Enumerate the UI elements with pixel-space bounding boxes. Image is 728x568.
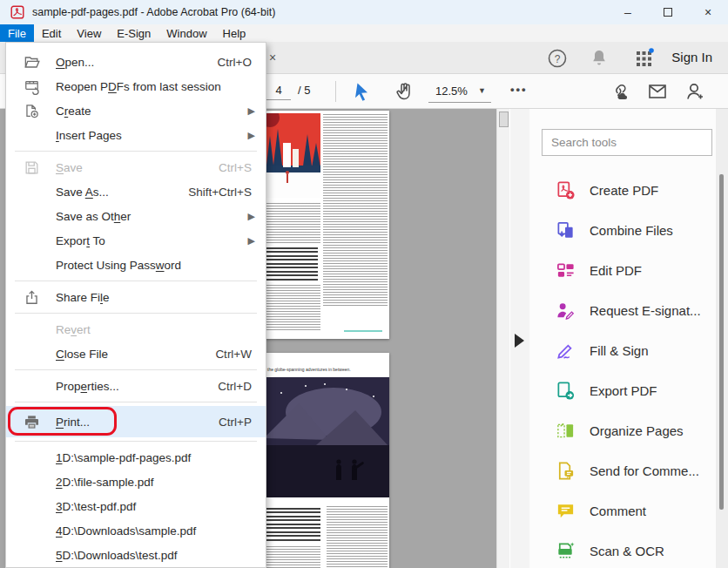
page1-pull-quote [266, 247, 318, 281]
page2-pull-quote [266, 508, 320, 543]
page-number-input[interactable]: 4 [266, 81, 291, 100]
menu-window[interactable]: Window [158, 24, 214, 42]
recent-file-5[interactable]: 5 D:\Downloads\test.pdf [6, 543, 266, 567]
document-scrollbar[interactable] [496, 109, 509, 568]
recent-file-1[interactable]: 1 D:\sample-pdf-pages.pdf [6, 445, 266, 470]
menu-separator [15, 369, 257, 370]
menu-file[interactable]: File [0, 24, 34, 42]
share-link-icon[interactable] [609, 81, 630, 102]
menu-bar: File Edit View E-Sign Window Help [0, 24, 728, 42]
chevron-down-icon: ▼ [478, 86, 486, 95]
close-button[interactable]: × [688, 0, 728, 24]
select-pointer-icon[interactable] [352, 81, 373, 102]
reopen-session-icon [24, 78, 44, 95]
menu-separator [15, 441, 257, 442]
add-user-icon[interactable] [684, 81, 705, 102]
menu-help[interactable]: Help [215, 24, 254, 42]
page1-text-left-lower [266, 285, 320, 332]
page1-text-column-right [323, 114, 388, 306]
shortcut-label: Ctrl+O [218, 56, 252, 69]
search-input[interactable] [542, 129, 712, 156]
toolbar-divider [335, 81, 336, 102]
menu-item-export-to[interactable]: Export To ▶ [6, 228, 266, 253]
notifications-bell-icon[interactable] [589, 48, 610, 69]
share-icon [24, 288, 44, 306]
more-tools-button[interactable]: ••• [510, 83, 528, 96]
menu-item-save: Save Ctrl+S [6, 155, 266, 179]
minimize-button[interactable]: – [608, 0, 648, 24]
combine-files-icon [556, 220, 576, 240]
menu-item-reopen-pdfs[interactable]: Reopen PDFs from last session [6, 74, 266, 98]
request-esignatures-icon [556, 301, 576, 321]
menu-item-save-as[interactable]: Save As... Shift+Ctrl+S [6, 179, 266, 204]
menu-item-open[interactable]: Open... Ctrl+O [6, 50, 266, 74]
maximize-button[interactable] [648, 0, 688, 24]
menu-item-protect-password[interactable]: Protect Using Password [6, 253, 266, 277]
file-menu: Open... Ctrl+O Reopen PDFs from last ses… [5, 42, 266, 568]
tool-organize-pages[interactable]: Organize Pages [529, 410, 716, 450]
submenu-arrow-icon: ▶ [248, 235, 255, 247]
apps-grid-icon[interactable] [633, 48, 654, 69]
recent-file-2[interactable]: 2 D:\file-sample.pdf [6, 470, 266, 494]
menu-item-print[interactable]: Print... Ctrl+P [6, 406, 266, 437]
tool-label: Edit PDF [590, 263, 642, 278]
menu-separator [15, 313, 257, 314]
page2-text-right [327, 506, 388, 568]
menu-separator [15, 151, 257, 152]
scrollbar-thumb[interactable] [499, 112, 509, 127]
submenu-arrow-icon: ▶ [248, 105, 255, 117]
menu-item-properties[interactable]: Properties... Ctrl+D [6, 374, 266, 398]
help-icon[interactable]: ? [547, 48, 568, 69]
submenu-arrow-icon: ▶ [248, 130, 255, 141]
maximize-icon [664, 8, 672, 17]
tool-create-pdf[interactable]: Create PDF [529, 170, 716, 210]
tool-list: Create PDF Combine Files [529, 170, 716, 568]
tools-panel: Create PDF Combine Files [529, 109, 716, 568]
acrobat-window: sample-pdf-pages.pdf - Adobe Acrobat Pro… [0, 0, 728, 568]
menu-item-save-as-other[interactable]: Save as Other ▶ [6, 204, 266, 228]
menu-separator [15, 402, 257, 402]
pdf-page-1 [264, 111, 389, 339]
menu-item-create[interactable]: Create ▶ [6, 98, 266, 123]
email-icon[interactable] [647, 81, 668, 102]
menu-item-insert-pages[interactable]: Insert Pages ▶ [6, 123, 266, 147]
tool-request-esignatures[interactable]: Request E-signat... [529, 290, 716, 330]
tool-fill-sign[interactable]: Fill & Sign [529, 330, 716, 370]
save-icon [24, 159, 44, 176]
panel-scrollbar[interactable] [716, 109, 728, 568]
scrollbar-thumb[interactable] [719, 174, 724, 510]
create-icon [24, 102, 44, 119]
recent-file-3[interactable]: 3 D:\test-pdf.pdf [6, 494, 266, 518]
menu-esign[interactable]: E-Sign [109, 24, 158, 42]
tool-label: Export PDF [590, 383, 657, 398]
tool-combine-files[interactable]: Combine Files [529, 210, 716, 250]
tool-send-for-comments[interactable]: Send for Comme... [529, 450, 716, 490]
expand-panel-arrow-icon[interactable] [515, 334, 524, 348]
page1-illustration [264, 113, 320, 198]
hand-tool-icon[interactable] [394, 81, 415, 102]
panel-toggle-strip [510, 109, 529, 568]
sign-in-button[interactable]: Sign In [671, 50, 712, 64]
fill-sign-icon [556, 341, 576, 361]
tool-label: Scan & OCR [590, 544, 664, 558]
menu-edit[interactable]: Edit [34, 24, 69, 42]
tool-scan-ocr[interactable]: Scan & OCR [529, 531, 716, 568]
page2-text-left [266, 546, 320, 568]
acrobat-logo-icon [10, 5, 24, 19]
tool-edit-pdf[interactable]: Edit PDF [529, 250, 716, 290]
scan-ocr-icon [556, 541, 576, 561]
menu-item-share-file[interactable]: Share File [6, 285, 266, 309]
recent-file-4[interactable]: 4 D:\Downloads\sample.pdf [6, 518, 266, 543]
page-total-label: / 5 [298, 81, 310, 100]
page1-accent-line [344, 330, 382, 332]
zoom-control[interactable]: 12.5% ▼ [428, 79, 491, 103]
tool-comment[interactable]: Comment [529, 490, 716, 531]
menu-view[interactable]: View [69, 24, 109, 42]
close-tab-icon[interactable]: × [265, 50, 280, 65]
create-pdf-icon [556, 180, 576, 200]
tool-export-pdf[interactable]: Export PDF [529, 370, 716, 410]
pdf-page-2: the globe-spanning adventures in between… [264, 353, 389, 568]
edit-pdf-icon [556, 260, 576, 281]
menu-item-close-file[interactable]: Close File Ctrl+W [6, 341, 266, 366]
tool-label: Send for Comme... [590, 463, 699, 478]
